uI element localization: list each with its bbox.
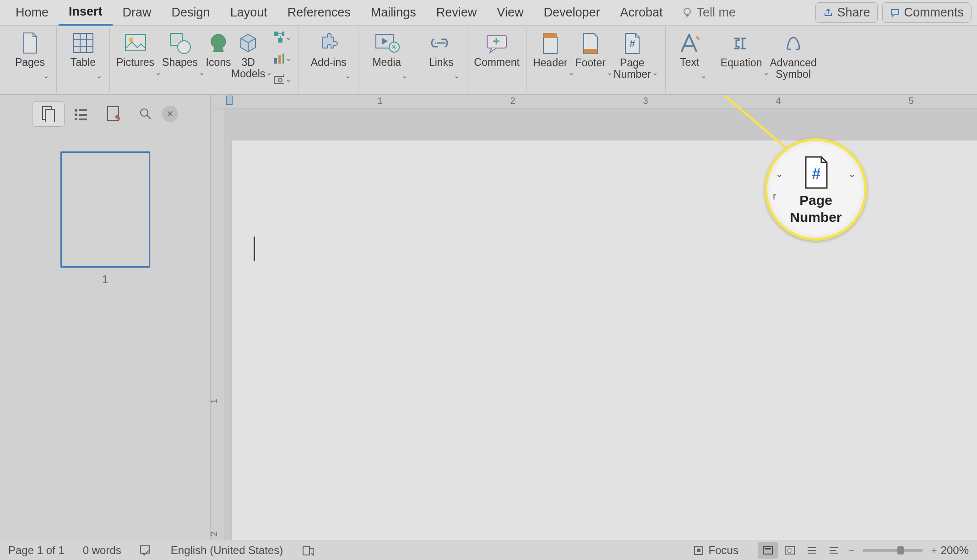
tab-mailings[interactable]: Mailings: [361, 0, 426, 26]
screenshot-button[interactable]: ⌄: [273, 70, 292, 89]
tab-stop-indicator[interactable]: [226, 96, 233, 105]
zoom-out[interactable]: −: [845, 544, 858, 556]
svg-rect-22: [45, 109, 54, 122]
tab-design[interactable]: Design: [162, 0, 220, 26]
svg-text:#: #: [812, 165, 821, 182]
media-button[interactable]: Media: [372, 27, 401, 92]
tab-insert[interactable]: Insert: [59, 0, 113, 26]
pane-tab-reviewing[interactable]: [97, 101, 130, 127]
view-outline[interactable]: [802, 542, 822, 559]
view-web-layout[interactable]: [780, 542, 800, 559]
header-label: Header: [533, 57, 567, 69]
comments-button[interactable]: Comments: [882, 2, 972, 23]
addins-drop[interactable]: ⌄: [344, 71, 352, 80]
zoom-level[interactable]: 200%: [941, 544, 969, 557]
insert-comment-button[interactable]: Comment: [474, 27, 520, 92]
footer-button[interactable]: Footer: [575, 28, 605, 92]
status-page[interactable]: Page 1 of 1: [8, 544, 65, 557]
zoom-slider[interactable]: [863, 549, 923, 552]
ribbon-insert: Pages ⌄ Table ⌄ Pictures ⌄ Shapes ⌄ Icon…: [0, 26, 977, 95]
shapes-button[interactable]: Shapes: [162, 27, 198, 92]
group-addins: Add-ins ⌄: [299, 27, 358, 92]
view-draft[interactable]: [824, 542, 844, 559]
zoom-in[interactable]: +: [928, 544, 941, 556]
equation-drop[interactable]: ⌄: [762, 68, 770, 77]
svg-point-27: [75, 118, 77, 120]
focus-mode[interactable]: Focus: [692, 544, 738, 557]
media-drop[interactable]: ⌄: [401, 71, 408, 80]
status-spellcheck[interactable]: [140, 545, 152, 556]
advanced-symbol-button[interactable]: Advanced Symbol: [770, 28, 817, 92]
3d-models-button[interactable]: 3D Models: [231, 27, 265, 92]
share-icon: [823, 8, 833, 18]
equation-button[interactable]: Equation: [721, 28, 762, 92]
zoom-slider-knob[interactable]: [897, 546, 904, 555]
smartart-button[interactable]: ⌄: [273, 27, 292, 47]
links-drop[interactable]: ⌄: [453, 71, 461, 80]
svg-rect-12: [274, 76, 284, 84]
vertical-ruler[interactable]: 1 2: [211, 108, 224, 540]
3d-models-drop[interactable]: ⌄: [265, 68, 273, 77]
svg-rect-2: [125, 34, 146, 51]
status-accessibility[interactable]: [301, 544, 314, 557]
screenshot-drop[interactable]: ⌄: [284, 75, 292, 84]
page-number-button[interactable]: # Page Number: [613, 28, 651, 92]
callout-letter: r: [773, 190, 776, 202]
status-word-count[interactable]: 0 words: [83, 544, 121, 557]
bulb-icon: [681, 7, 693, 19]
tab-layout[interactable]: Layout: [220, 0, 277, 26]
tab-home[interactable]: Home: [5, 0, 59, 26]
pane-close[interactable]: ✕: [162, 106, 178, 122]
tab-references[interactable]: References: [277, 0, 361, 26]
links-button[interactable]: Links: [429, 27, 454, 92]
pane-tab-find[interactable]: [130, 101, 162, 127]
header-button[interactable]: Header: [533, 28, 567, 92]
chart-drop[interactable]: ⌄: [284, 54, 292, 63]
svg-rect-39: [785, 547, 794, 554]
smartart-drop[interactable]: ⌄: [284, 33, 292, 42]
svg-line-31: [724, 95, 788, 150]
pages-drop[interactable]: ⌄: [42, 71, 50, 80]
svg-rect-36: [697, 549, 700, 552]
table-drop[interactable]: ⌄: [95, 71, 103, 80]
view-print-layout[interactable]: [758, 542, 778, 559]
svg-point-25: [75, 113, 77, 116]
pictures-drop[interactable]: ⌄: [154, 68, 162, 77]
pane-tab-thumbnails[interactable]: [32, 101, 65, 127]
ruler-h-num-1: 1: [377, 96, 382, 106]
group-illustrations: Pictures ⌄ Shapes ⌄ Icons 3D Models ⌄ ⌄ …: [110, 27, 299, 92]
tab-review[interactable]: Review: [426, 0, 487, 26]
equation-label: Equation: [721, 57, 762, 69]
table-button[interactable]: Table: [71, 27, 96, 92]
page-number-label: Page Number: [613, 57, 651, 81]
pane-tab-headings[interactable]: [65, 101, 97, 127]
tab-draw[interactable]: Draw: [113, 0, 162, 26]
chart-button[interactable]: ⌄: [273, 48, 292, 68]
svg-rect-38: [765, 548, 771, 549]
tab-acrobat[interactable]: Acrobat: [610, 0, 673, 26]
links-label: Links: [429, 57, 454, 68]
chevron-down-icon: ⌄: [848, 168, 856, 179]
addins-button[interactable]: Add-ins: [311, 27, 347, 92]
footer-label: Footer: [575, 57, 605, 69]
pictures-button[interactable]: Pictures: [116, 27, 154, 92]
header-drop[interactable]: ⌄: [567, 68, 575, 77]
tab-developer[interactable]: Developer: [533, 0, 610, 26]
text-button[interactable]: Text: [677, 27, 702, 92]
page-thumbnail-1[interactable]: [60, 151, 150, 268]
tab-view[interactable]: View: [487, 0, 533, 26]
shapes-drop[interactable]: ⌄: [198, 68, 206, 77]
share-button[interactable]: Share: [815, 2, 878, 23]
comment-bubble-icon: [890, 8, 900, 18]
page-number-drop[interactable]: ⌄: [651, 68, 659, 77]
status-language[interactable]: English (United States): [171, 544, 283, 557]
advanced-symbol-label: Advanced Symbol: [770, 57, 817, 81]
text-drop[interactable]: ⌄: [700, 71, 707, 80]
icons-button[interactable]: Icons: [206, 27, 231, 92]
media-label: Media: [372, 57, 401, 68]
svg-rect-26: [79, 114, 87, 116]
tell-me[interactable]: Tell me: [673, 5, 744, 20]
footer-drop[interactable]: ⌄: [606, 68, 613, 77]
pages-button[interactable]: Pages: [15, 27, 45, 92]
horizontal-ruler[interactable]: 1 2 3 4 5: [211, 95, 977, 108]
